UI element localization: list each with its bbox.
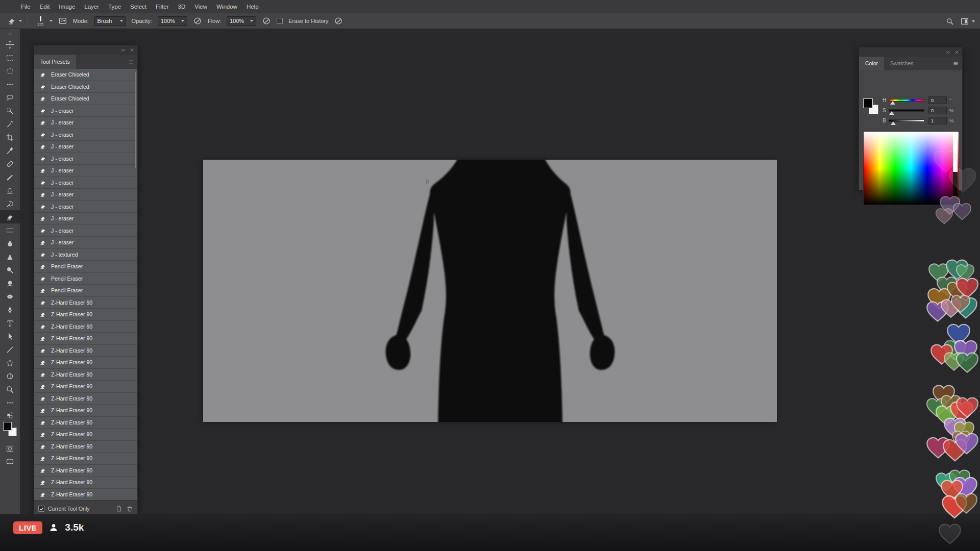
slider-thumb[interactable]	[890, 101, 895, 105]
dodge-tool[interactable]	[0, 263, 20, 277]
tool-preset-item[interactable]: Z-Hard Eraser 90	[34, 489, 137, 501]
tool-preset-item[interactable]: Z-Hard Eraser 90	[34, 321, 137, 333]
tab-tool-presets[interactable]: Tool Presets	[34, 55, 76, 69]
zoom-tool[interactable]	[0, 383, 20, 396]
brush-preset-picker[interactable]: 125	[34, 16, 53, 27]
tool-preset-item[interactable]: Z-Hard Eraser 90	[34, 357, 137, 369]
menu-item[interactable]: Select	[126, 0, 151, 13]
slider-thumb[interactable]	[889, 111, 894, 115]
color-spectrum-picker[interactable]	[863, 131, 959, 205]
menu-item[interactable]: Layer	[80, 0, 104, 13]
menu-item[interactable]: Type	[104, 0, 126, 13]
mode-select[interactable]: Brush	[94, 16, 126, 26]
foreground-color-swatch[interactable]	[863, 98, 873, 108]
move-tool[interactable]	[0, 38, 20, 51]
tool-flyout-dots[interactable]	[0, 78, 20, 91]
quick-mask-icon[interactable]	[6, 444, 14, 453]
spectrum-bw-strip[interactable]	[953, 132, 958, 205]
healing-brush-tool[interactable]	[0, 157, 20, 170]
shape-tool[interactable]	[0, 356, 20, 369]
tool-preset-item[interactable]: J - eraser	[34, 201, 137, 213]
tool-preset-item[interactable]: Z-Hard Eraser 90	[34, 441, 137, 453]
pen-tool[interactable]	[0, 303, 20, 316]
tool-preset-item[interactable]: Pencil Eraser	[34, 261, 137, 273]
sponge-tool[interactable]	[0, 290, 20, 303]
search-icon[interactable]	[946, 17, 954, 26]
menu-item[interactable]: Edit	[35, 0, 55, 13]
tool-preset-item[interactable]: Pencil Eraser	[34, 285, 137, 297]
menu-item[interactable]: Image	[54, 0, 80, 13]
canvas[interactable]: R	[203, 160, 777, 422]
eyedropper-tool[interactable]	[0, 144, 20, 157]
burn-tool[interactable]	[0, 277, 20, 290]
flow-select[interactable]: 100%	[227, 16, 256, 26]
tool-preset-item[interactable]: J - eraser	[34, 189, 137, 201]
tool-preset-item[interactable]: Z-Hard Eraser 90	[34, 333, 137, 345]
menu-item[interactable]: Window	[212, 0, 242, 13]
rect-marquee-tool[interactable]	[0, 51, 20, 64]
eraser-tool[interactable]	[0, 210, 20, 223]
clone-stamp-tool[interactable]	[0, 184, 20, 197]
tool-preset-item[interactable]: J - eraser	[34, 225, 137, 237]
tool-preset-item[interactable]: Z-Hard Eraser 90	[34, 477, 137, 489]
tool-preset-item[interactable]: J - eraser	[34, 213, 137, 225]
brush-tool[interactable]	[0, 170, 20, 184]
path-select-tool[interactable]	[0, 330, 20, 343]
menu-item[interactable]: Filter	[151, 0, 174, 13]
screen-mode-icon[interactable]	[6, 457, 14, 466]
delete-preset-icon[interactable]	[126, 505, 133, 512]
type-tool[interactable]	[0, 316, 20, 330]
hue-value[interactable]: 0	[928, 96, 947, 104]
tool-preset-item[interactable]: Z-Hard Eraser 90	[34, 381, 137, 393]
tool-preset-item[interactable]: Z-Hard Eraser 90	[34, 345, 137, 357]
collapse-panel-icon[interactable]	[945, 49, 951, 55]
tool-preset-item[interactable]: J - eraser	[34, 177, 137, 189]
sharpen-tool[interactable]	[0, 250, 20, 263]
scrollbar-thumb[interactable]	[135, 72, 136, 168]
tool-preset-picker[interactable]	[7, 16, 22, 26]
tab-swatches[interactable]: Swatches	[884, 57, 920, 70]
tool-preset-item[interactable]: J - eraser	[34, 105, 137, 117]
foreground-background-swatches[interactable]	[3, 421, 18, 441]
brightness-value[interactable]: 1	[928, 117, 947, 124]
rotate-view-tool[interactable]	[0, 369, 20, 383]
foreground-color-swatch[interactable]	[3, 422, 12, 431]
brightness-slider[interactable]	[889, 119, 924, 122]
menu-item[interactable]: 3D	[174, 0, 190, 13]
tool-preset-item[interactable]: Z-Hard Eraser 90	[34, 309, 137, 321]
tool-preset-item[interactable]: J - eraser	[34, 117, 137, 129]
slider-thumb[interactable]	[891, 121, 896, 125]
tool-preset-item[interactable]: Z-Hard Eraser 90	[34, 453, 137, 465]
crop-tool[interactable]	[0, 131, 20, 144]
tool-preset-item[interactable]: Pencil Eraser	[34, 273, 137, 285]
tool-preset-item[interactable]: J - eraser	[34, 165, 137, 177]
pressure-icon[interactable]	[334, 16, 343, 26]
erase-to-history-checkbox[interactable]	[277, 18, 283, 24]
tool-preset-item[interactable]: J - eraser	[34, 141, 137, 153]
tool-preset-item[interactable]: J - eraser	[34, 153, 137, 165]
tool-preset-item[interactable]: J - eraser	[34, 237, 137, 249]
saturation-slider[interactable]	[889, 109, 924, 112]
panel-menu-icon[interactable]	[128, 59, 134, 65]
workspace-switcher[interactable]	[960, 17, 975, 26]
tool-preset-item[interactable]: Eraser Chiseled	[34, 93, 137, 105]
brush-panel-toggle-icon[interactable]	[58, 16, 67, 26]
tool-preset-item[interactable]: J - textured	[34, 249, 137, 261]
tool-preset-item[interactable]: Z-Hard Eraser 90	[34, 405, 137, 417]
close-panel-icon[interactable]	[954, 49, 960, 55]
panel-menu-icon[interactable]	[952, 60, 959, 67]
hue-slider[interactable]	[889, 99, 924, 102]
tab-color[interactable]: Color	[859, 57, 884, 70]
history-brush-tool[interactable]	[0, 197, 20, 210]
airbrush-icon[interactable]	[262, 16, 271, 26]
tool-preset-item[interactable]: Eraser Chiseled	[34, 69, 137, 81]
collapse-panel-icon[interactable]	[120, 47, 126, 53]
lasso-tool[interactable]	[0, 91, 20, 104]
menu-item[interactable]: View	[190, 0, 212, 13]
menu-item[interactable]: File	[16, 0, 35, 13]
line-tool[interactable]	[0, 343, 20, 356]
new-preset-icon[interactable]	[115, 505, 122, 512]
blur-tool[interactable]	[0, 237, 20, 250]
saturation-value[interactable]: 0	[928, 107, 947, 114]
more-tools[interactable]	[0, 396, 20, 409]
